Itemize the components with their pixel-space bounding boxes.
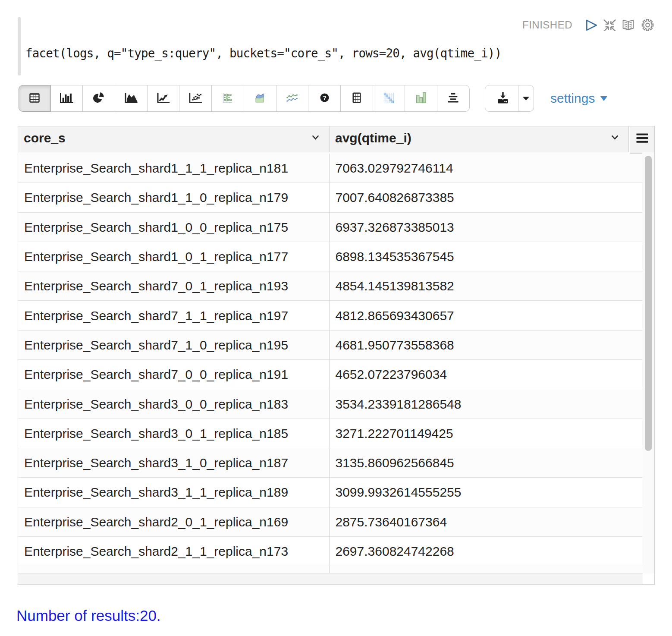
download-button[interactable] — [485, 85, 518, 112]
bubble-chart-icon — [222, 92, 233, 104]
table-row[interactable]: Enterprise_Search_shard3_0_1_replica_n18… — [18, 419, 642, 448]
column-menu-caret-icon[interactable] — [312, 134, 319, 142]
cell-avg-qtime: 3271.222701149425 — [330, 419, 643, 448]
result-count-text: Number of results:20. — [16, 607, 161, 624]
horizontal-scrollbar[interactable] — [18, 573, 643, 584]
cell-avg-qtime: 2697.360824742268 — [330, 537, 643, 566]
settings-caret-icon — [600, 96, 607, 101]
bar-chart-icon — [60, 93, 73, 103]
download-group — [485, 85, 534, 112]
settings-link[interactable]: settings — [550, 85, 607, 112]
result-table: core_s avg(qtime_i) Enterprise_Search_sh… — [18, 126, 655, 585]
grid-menu-button[interactable] — [630, 126, 654, 154]
table-row[interactable]: Enterprise_Search_shard3_0_0_replica_n18… — [18, 389, 642, 419]
cell-core_s: Enterprise_Search_shard1_1_0_replica_n17… — [18, 183, 330, 212]
cell-avg-qtime: 4854.145139813582 — [330, 271, 643, 300]
table-header: core_s avg(qtime_i) — [18, 126, 629, 152]
table-row[interactable]: Enterprise_Search_shard2_0_1_replica_n16… — [18, 507, 642, 537]
cell-avg-qtime: 4812.865693430657 — [330, 301, 643, 330]
table-row[interactable]: Enterprise_Search_shard7_1_1_replica_n19… — [18, 301, 642, 330]
cell-avg-qtime: 6898.134535367545 — [330, 242, 643, 271]
table-row[interactable]: Enterprise_Search_shard7_1_0_replica_n19… — [18, 331, 642, 360]
viz-button-bar-chart[interactable] — [51, 85, 83, 112]
result-toolbar: ? settings — [19, 85, 655, 112]
settings-label: settings — [550, 91, 595, 106]
table-row[interactable]: Enterprise_Search_shard1_1_0_replica_n17… — [18, 183, 642, 212]
viz-button-scatter-chart[interactable] — [179, 85, 212, 112]
cell-avg-qtime: 3534.2339181286548 — [330, 389, 643, 418]
align-center-icon — [447, 93, 459, 103]
cell-avg-qtime: 4681.950773558368 — [330, 331, 643, 359]
viz-button-line-chart[interactable] — [148, 85, 180, 112]
viz-button-table[interactable] — [19, 85, 51, 112]
viz-button-help[interactable]: ? — [308, 85, 341, 112]
paragraph-settings-button[interactable] — [641, 19, 654, 31]
viz-button-stacked-area-chart[interactable] — [244, 85, 276, 112]
cell-core_s: Enterprise_Search_shard2_0_1_replica_n16… — [18, 507, 330, 536]
cell-core_s: Enterprise_Search_shard3_1_1_replica_n18… — [18, 478, 330, 507]
viz-button-column-chart[interactable] — [405, 85, 437, 112]
column-chart-icon — [415, 92, 427, 103]
collapse-button[interactable] — [603, 19, 617, 31]
cell-core_s: Enterprise_Search_shard7_0_1_replica_n19… — [18, 271, 330, 300]
cell-core_s: Enterprise_Search_shard2_1_1_replica_n17… — [18, 537, 330, 566]
line-chart-icon — [157, 93, 170, 103]
scatter-chart-icon — [189, 93, 202, 103]
table-body: Enterprise_Search_shard1_1_1_replica_n18… — [18, 152, 643, 573]
cell-core_s: Enterprise_Search_shard3_0_1_replica_n18… — [18, 419, 330, 448]
paragraph-status-row: FINISHED — [522, 19, 654, 31]
cell-core_s: Enterprise_Search_shard1_1_1_replica_n18… — [18, 154, 330, 183]
column-header-core_s[interactable]: core_s — [18, 126, 330, 152]
table-row[interactable]: Enterprise_Search_shard1_0_0_replica_n17… — [18, 213, 642, 242]
column-menu-caret-icon[interactable] — [611, 134, 619, 142]
heatmap-icon — [383, 92, 394, 104]
cell-core_s: Enterprise_Search_shard3_1_0_replica_n18… — [18, 448, 330, 477]
table-row[interactable]: Enterprise_Search_shard3_1_0_replica_n18… — [18, 448, 642, 478]
viz-button-data-grid[interactable] — [341, 85, 373, 112]
help-icon: ? — [319, 92, 330, 103]
data-grid-icon — [352, 92, 361, 103]
cell-core_s: Enterprise_Search_shard1_0_0_replica_n17… — [18, 213, 330, 242]
cell-avg-qtime: 3135.860962566845 — [330, 448, 643, 477]
svg-text:?: ? — [323, 94, 327, 101]
cell-core_s: Enterprise_Search_shard3_0_0_replica_n18… — [18, 389, 330, 418]
run-button[interactable] — [586, 19, 598, 31]
table-row[interactable]: Enterprise_Search_shard2_1_1_replica_n17… — [18, 537, 642, 566]
viz-button-area-chart[interactable] — [115, 85, 148, 112]
download-caret-button[interactable] — [518, 85, 534, 112]
column-label: avg(qtime_i) — [330, 131, 411, 145]
column-header-avg-qtime[interactable]: avg(qtime_i) — [330, 126, 629, 152]
table-row[interactable]: Enterprise_Search_shard1_1_1_replica_n18… — [18, 154, 642, 183]
cell-avg-qtime: 7007.640826873385 — [330, 183, 643, 212]
table-row[interactable]: Enterprise_Search_shard7_0_0_replica_n19… — [18, 360, 642, 389]
cell-core_s: Enterprise_Search_shard7_1_0_replica_n19… — [18, 331, 330, 359]
table-row-partial — [18, 566, 642, 573]
viz-button-bubble-chart[interactable] — [212, 85, 244, 112]
table-icon — [29, 93, 40, 103]
cell-avg-qtime: 7063.029792746114 — [330, 154, 643, 183]
cell-avg-qtime: 2875.73640167364 — [330, 507, 643, 536]
stacked-area-chart-icon — [254, 92, 266, 104]
viz-button-align-center[interactable] — [437, 85, 470, 112]
viz-button-heatmap[interactable] — [373, 85, 405, 112]
vertical-scrollbar — [642, 152, 654, 573]
cell-core_s: Enterprise_Search_shard7_1_1_replica_n19… — [18, 301, 330, 330]
viz-button-multi-line-chart[interactable] — [276, 85, 309, 112]
pie-chart-icon — [93, 92, 104, 103]
area-chart-icon — [125, 93, 138, 103]
multi-line-chart-icon — [286, 93, 298, 103]
show-editor-button[interactable] — [622, 19, 634, 31]
status-label: FINISHED — [522, 19, 572, 31]
cell-avg-qtime: 6937.326873385013 — [330, 213, 643, 242]
cell-avg-qtime: 3099.9932614555255 — [330, 478, 643, 507]
table-row[interactable]: Enterprise_Search_shard3_1_1_replica_n18… — [18, 478, 642, 507]
column-label: core_s — [18, 131, 66, 145]
vertical-scrollbar-thumb[interactable] — [645, 156, 652, 451]
cell-core_s: Enterprise_Search_shard7_0_0_replica_n19… — [18, 360, 330, 389]
table-row[interactable]: Enterprise_Search_shard1_0_1_replica_n17… — [18, 242, 642, 271]
table-row[interactable]: Enterprise_Search_shard7_0_1_replica_n19… — [18, 271, 642, 301]
viz-button-pie-chart[interactable] — [83, 85, 115, 112]
viz-button-group: ? — [19, 85, 470, 112]
code-text[interactable]: facet(logs, q="type_s:query", buckets="c… — [25, 47, 501, 60]
cell-core_s: Enterprise_Search_shard1_0_1_replica_n17… — [18, 242, 330, 271]
